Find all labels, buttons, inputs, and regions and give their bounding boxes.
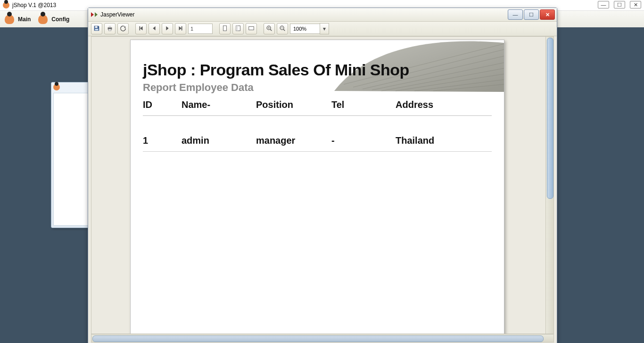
svg-line-10 (270, 29, 272, 31)
jasper-minimize-button[interactable]: — (508, 9, 523, 20)
app-close-button[interactable]: ✕ (630, 1, 641, 8)
next-page-button[interactable] (162, 23, 173, 34)
reload-button[interactable] (117, 23, 129, 34)
next-page-icon (164, 25, 171, 33)
zoom-in-icon (266, 25, 272, 33)
vertical-scroll-thumb[interactable] (547, 38, 553, 199)
svg-rect-8 (249, 26, 254, 30)
svg-rect-3 (108, 25, 111, 27)
jasper-app-icon (91, 12, 94, 17)
jasper-titlebar[interactable]: JasperViewer — ☐ ✕ (88, 8, 557, 22)
prev-page-button[interactable] (149, 23, 160, 34)
menu-main-icon (5, 15, 14, 24)
cell-position: manager (256, 135, 327, 146)
cell-name: admin (182, 135, 248, 146)
report-page: jShop : Program Sales Of Mini Shop Repor… (130, 40, 504, 334)
page-actual-icon (222, 25, 228, 33)
internal-frame-icon (53, 84, 60, 90)
jasper-app-icon (95, 12, 98, 17)
col-name: Name- (182, 99, 248, 110)
col-tel: Tel (331, 99, 388, 110)
internal-frame[interactable] (51, 82, 91, 228)
jasper-viewer-window: JasperViewer — ☐ ✕ (88, 8, 557, 343)
menu-main[interactable]: Main (18, 16, 31, 23)
app-maximize-button[interactable]: ☐ (614, 1, 625, 8)
horizontal-scroll-thumb[interactable] (92, 335, 544, 342)
report-header-row: ID Name- Position Tel Address (143, 97, 492, 116)
app-minimize-button[interactable]: — (598, 1, 609, 8)
app-title: jShop V.1 @2013 (12, 2, 56, 8)
svg-rect-5 (223, 25, 227, 31)
jasper-close-button[interactable]: ✕ (540, 9, 555, 20)
cell-tel: - (331, 135, 388, 146)
actual-size-button[interactable] (219, 23, 231, 34)
jasper-window-controls: — ☐ ✕ (508, 9, 555, 20)
internal-frame-header[interactable] (51, 82, 90, 92)
table-row: 1 admin manager - Thailand (143, 132, 492, 152)
internal-frame-body (53, 93, 88, 226)
zoom-out-icon (279, 25, 286, 33)
save-button[interactable] (91, 23, 102, 34)
jasper-title: JasperViewer (100, 11, 134, 18)
fit-page-button[interactable] (232, 23, 244, 34)
report-subtitle: Report Employee Data (143, 82, 254, 94)
vertical-scrollbar[interactable] (545, 37, 553, 334)
jasper-maximize-button[interactable]: ☐ (524, 9, 539, 20)
zoom-select[interactable]: 100% ▾ (290, 23, 329, 34)
zoom-out-button[interactable] (277, 23, 288, 34)
fit-width-button[interactable] (246, 23, 257, 34)
svg-line-14 (283, 29, 285, 31)
menu-config[interactable]: Config (51, 16, 69, 23)
col-id: ID (143, 99, 176, 110)
reload-icon (120, 25, 126, 33)
cell-address: Thailand (396, 135, 490, 146)
cell-id: 1 (143, 135, 176, 146)
fit-page-icon (235, 25, 241, 33)
horizontal-scrollbar[interactable] (91, 334, 554, 343)
first-page-button[interactable] (135, 23, 147, 34)
last-page-icon (177, 25, 184, 33)
svg-rect-4 (108, 29, 111, 31)
zoom-dropdown-button[interactable]: ▾ (320, 23, 329, 34)
jasper-toolbar: 100% ▾ (88, 22, 557, 36)
app-window-controls: — ☐ ✕ (598, 1, 641, 8)
fit-width-icon (248, 25, 255, 33)
svg-rect-7 (236, 25, 238, 31)
prev-page-icon (151, 25, 157, 33)
svg-rect-0 (95, 26, 98, 28)
report-title: jShop : Program Sales Of Mini Shop (143, 61, 409, 79)
report-viewport[interactable]: jShop : Program Sales Of Mini Shop Repor… (91, 36, 554, 334)
last-page-button[interactable] (175, 23, 186, 34)
zoom-value[interactable]: 100% (290, 24, 320, 34)
menu-config-icon (38, 15, 48, 24)
svg-rect-1 (95, 28, 99, 30)
zoom-in-button[interactable] (264, 23, 275, 34)
col-position: Position (256, 99, 327, 110)
print-icon (107, 25, 113, 33)
page-number-input[interactable] (188, 24, 213, 34)
col-address: Address (396, 99, 490, 110)
save-icon (93, 25, 100, 33)
chevron-down-icon: ▾ (323, 25, 326, 32)
workspace: JasperViewer — ☐ ✕ (0, 27, 644, 343)
first-page-icon (138, 25, 144, 33)
app-icon (3, 2, 9, 8)
print-button[interactable] (104, 23, 116, 34)
